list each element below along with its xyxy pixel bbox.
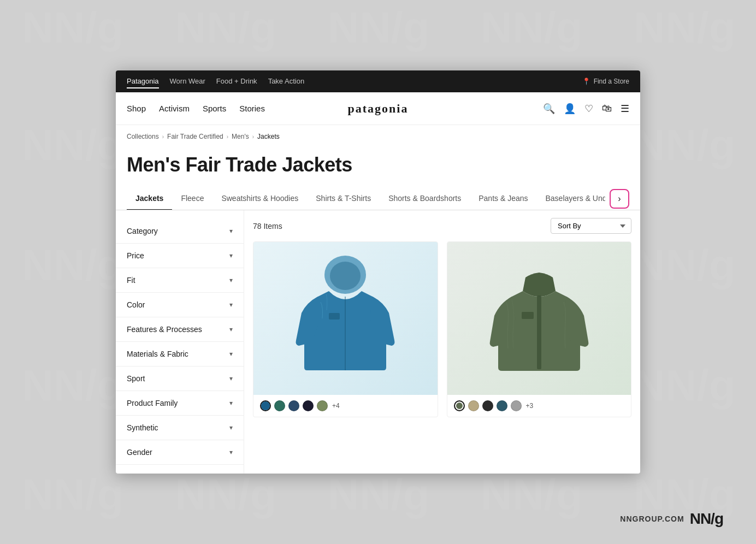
- top-nav-left: Patagonia Worn Wear Food + Drink Take Ac…: [127, 75, 304, 88]
- tab-jackets[interactable]: Jackets: [127, 187, 172, 210]
- svg-point-1: [330, 262, 361, 290]
- filter-color-header[interactable]: Color ▾: [116, 293, 244, 317]
- filter-materials-header[interactable]: Materials & Fabric ▾: [116, 342, 244, 366]
- filter-fit-chevron: ▾: [229, 276, 233, 284]
- swatch[interactable]: [511, 400, 522, 411]
- filter-product-family-header[interactable]: Product Family ▾: [116, 391, 244, 415]
- menu-icon[interactable]: ☰: [621, 103, 629, 115]
- filter-product-family-chevron: ▾: [229, 399, 233, 407]
- swatch[interactable]: [288, 400, 299, 411]
- tab-shorts[interactable]: Shorts & Boardshorts: [380, 187, 470, 210]
- nav-activism[interactable]: Activism: [159, 104, 190, 113]
- filter-category-header[interactable]: Category ▾: [116, 219, 244, 243]
- main-content: Category ▾ Price ▾ Fit ▾: [116, 210, 640, 474]
- swatch[interactable]: [260, 400, 271, 411]
- page-title-section: Men's Fair Trade Jackets: [116, 148, 640, 187]
- filter-materials-chevron: ▾: [229, 350, 233, 358]
- browser-window: Patagonia Worn Wear Food + Drink Take Ac…: [116, 70, 640, 474]
- swatch[interactable]: [454, 400, 465, 411]
- swatch[interactable]: [274, 400, 285, 411]
- chevron-right-icon: ›: [618, 194, 621, 204]
- nav-shop[interactable]: Shop: [127, 104, 146, 113]
- top-nav-take-action[interactable]: Take Action: [268, 75, 305, 88]
- wishlist-icon[interactable]: ♡: [584, 103, 593, 115]
- filter-category-chevron: ▾: [229, 227, 233, 235]
- filter-group-sport: Sport ▾: [116, 366, 244, 391]
- blue-jacket-svg: [285, 247, 405, 389]
- product-card-2[interactable]: +3: [447, 241, 632, 417]
- breadcrumb: Collections › Fair Trade Certified › Men…: [116, 125, 640, 148]
- top-nav: Patagonia Worn Wear Food + Drink Take Ac…: [116, 70, 640, 92]
- filter-features-header[interactable]: Features & Processes ▾: [116, 317, 244, 341]
- tab-sweatshirts[interactable]: Sweatshirts & Hoodies: [212, 187, 307, 210]
- filter-group-price: Price ▾: [116, 244, 244, 268]
- breadcrumb-collections[interactable]: Collections: [127, 133, 159, 140]
- user-icon[interactable]: 👤: [564, 103, 576, 115]
- nngroup-logo: NN/g: [690, 510, 723, 528]
- filter-price-label: Price: [127, 251, 144, 260]
- swatch[interactable]: [317, 400, 328, 411]
- filter-price-header[interactable]: Price ▾: [116, 244, 244, 268]
- nngroup-branding: NNGROUP.COM NN/g: [620, 510, 723, 528]
- top-nav-worn-wear[interactable]: Worn Wear: [170, 75, 205, 88]
- filter-gender-label: Gender: [127, 448, 152, 457]
- top-nav-patagonia[interactable]: Patagonia: [127, 75, 159, 88]
- breadcrumb-mens[interactable]: Men's: [232, 133, 249, 140]
- nav-sports[interactable]: Sports: [203, 104, 226, 113]
- filter-group-fit: Fit ▾: [116, 268, 244, 293]
- filter-materials-label: Materials & Fabric: [127, 350, 188, 358]
- tab-pants[interactable]: Pants & Jeans: [470, 187, 536, 210]
- filter-gender-chevron: ▾: [229, 448, 233, 456]
- items-count: 78 Items: [253, 222, 282, 230]
- location-icon: 📍: [582, 78, 590, 85]
- product-image-1: [253, 242, 438, 395]
- filter-color-chevron: ▾: [229, 301, 233, 309]
- breadcrumb-sep-1: ›: [162, 134, 164, 140]
- filter-color-label: Color: [127, 300, 145, 309]
- search-icon[interactable]: 🔍: [543, 103, 555, 115]
- page-title: Men's Fair Trade Jackets: [127, 153, 629, 176]
- top-nav-food-drink[interactable]: Food + Drink: [216, 75, 257, 88]
- filter-group-materials: Materials & Fabric ▾: [116, 342, 244, 366]
- filter-group-category: Category ▾: [116, 219, 244, 244]
- products-header: 78 Items Sort By Best Sellers Price: Low…: [253, 210, 631, 241]
- breadcrumb-sep-2: ›: [227, 134, 228, 140]
- find-store-label[interactable]: Find a Store: [594, 78, 629, 85]
- filter-group-features: Features & Processes ▾: [116, 317, 244, 342]
- filter-fit-label: Fit: [127, 276, 135, 285]
- filter-gender-header[interactable]: Gender ▾: [116, 440, 244, 464]
- tab-baselayers[interactable]: Baselayers & Underwear: [537, 187, 606, 210]
- category-tabs: Jackets Fleece Sweatshirts & Hoodies Shi…: [116, 187, 640, 210]
- breadcrumb-fair-trade[interactable]: Fair Trade Certified: [167, 133, 223, 140]
- filter-sport-header[interactable]: Sport ▾: [116, 366, 244, 391]
- filter-features-label: Features & Processes: [127, 325, 202, 334]
- filter-features-chevron: ▾: [229, 326, 233, 333]
- swatch[interactable]: [468, 400, 479, 411]
- filter-synthetic-header[interactable]: Synthetic ▾: [116, 416, 244, 440]
- product-card-1[interactable]: +4: [253, 241, 438, 417]
- nav-stories[interactable]: Stories: [239, 104, 265, 113]
- product-image-2: [447, 242, 631, 395]
- tab-fleece[interactable]: Fleece: [172, 187, 212, 210]
- tab-carousel-next-button[interactable]: ›: [610, 189, 629, 209]
- patagonia-logo[interactable]: patagonia: [348, 102, 409, 116]
- top-nav-right: 📍 Find a Store: [582, 78, 629, 85]
- filter-group-synthetic: Synthetic ▾: [116, 416, 244, 440]
- filter-group-color: Color ▾: [116, 293, 244, 317]
- products-area: 78 Items Sort By Best Sellers Price: Low…: [244, 210, 640, 474]
- cart-icon[interactable]: 🛍: [602, 103, 612, 114]
- tabs-container: Jackets Fleece Sweatshirts & Hoodies Shi…: [116, 187, 640, 210]
- swatch-more-1: +4: [332, 402, 340, 410]
- filter-fit-header[interactable]: Fit ▾: [116, 268, 244, 292]
- tab-shirts[interactable]: Shirts & T-Shirts: [307, 187, 380, 210]
- filter-sport-label: Sport: [127, 374, 145, 383]
- swatch[interactable]: [497, 400, 507, 411]
- product-2-swatches: +3: [447, 395, 631, 417]
- breadcrumb-jackets: Jackets: [257, 133, 280, 140]
- sidebar-filters: Category ▾ Price ▾ Fit ▾: [116, 210, 244, 474]
- swatch[interactable]: [303, 400, 314, 411]
- swatch[interactable]: [482, 400, 493, 411]
- sort-select[interactable]: Sort By Best Sellers Price: Low to High …: [551, 218, 631, 234]
- svg-rect-5: [522, 312, 534, 319]
- products-grid: +4: [253, 241, 631, 417]
